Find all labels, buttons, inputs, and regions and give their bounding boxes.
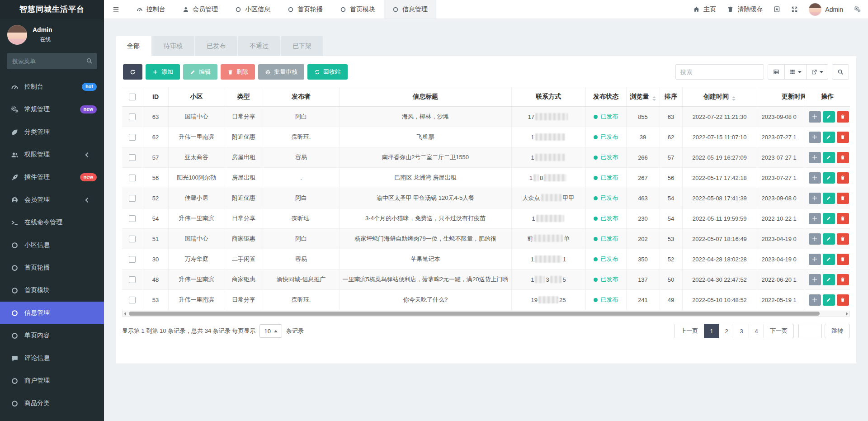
header-views[interactable]: 浏览量 [626, 87, 660, 107]
row-delete-button[interactable] [837, 274, 849, 285]
add-button[interactable]: 添加 [146, 64, 180, 80]
row-delete-button[interactable] [837, 152, 849, 163]
topnav-info[interactable]: 信息管理 [384, 0, 436, 19]
sidebar-search-input[interactable] [7, 53, 97, 69]
tab-rejected[interactable]: 不通过 [238, 36, 280, 56]
row-checkbox[interactable] [129, 215, 136, 222]
row-checkbox[interactable] [129, 236, 136, 242]
settings-button[interactable] [854, 6, 861, 13]
sidebar-item-comments[interactable]: 评论信息 [0, 347, 104, 369]
row-delete-button[interactable] [837, 111, 849, 123]
sidebar-item-dashboard[interactable]: 控制台hot [0, 76, 104, 98]
sidebar-toggle-button[interactable] [104, 0, 128, 19]
row-delete-button[interactable] [837, 213, 849, 224]
row-delete-button[interactable] [837, 254, 849, 265]
sidebar-item-member[interactable]: 会员管理 [0, 189, 104, 211]
scroll-right-icon[interactable] [846, 312, 848, 316]
sidebar-item-community-info[interactable]: 小区信息 [0, 234, 104, 256]
language-button[interactable] [774, 6, 780, 13]
clear-cache-button[interactable]: 清除缓存 [727, 5, 763, 14]
topnav-member[interactable]: 会员管理 [174, 0, 226, 19]
row-delete-button[interactable] [837, 172, 849, 184]
topnav-module[interactable]: 首页模块 [331, 0, 384, 19]
sidebar-item-merchant[interactable]: 商户管理 [0, 369, 104, 392]
tab-published[interactable]: 已发布 [195, 36, 237, 56]
sidebar-item-auth[interactable]: 权限管理 [0, 143, 104, 166]
row-edit-button[interactable] [823, 294, 835, 306]
sidebar-item-home-banner[interactable]: 首页轮播 [0, 256, 104, 279]
page-1-button[interactable]: 1 [704, 324, 719, 338]
columns-button[interactable] [785, 64, 807, 80]
row-checkbox[interactable] [129, 297, 136, 303]
row-delete-button[interactable] [837, 193, 849, 204]
tab-pending[interactable]: 待审核 [152, 36, 194, 56]
row-edit-button[interactable] [823, 274, 835, 285]
row-drag-button[interactable] [809, 172, 821, 184]
tab-offline[interactable]: 已下架 [281, 36, 323, 56]
table-search-input[interactable] [675, 64, 764, 80]
row-checkbox[interactable] [129, 134, 136, 141]
row-checkbox[interactable] [129, 195, 136, 202]
row-checkbox[interactable] [129, 276, 136, 283]
row-edit-button[interactable] [823, 254, 835, 265]
row-checkbox[interactable] [129, 154, 136, 161]
jump-page-input[interactable] [798, 324, 822, 338]
page-3-button[interactable]: 3 [734, 324, 749, 338]
row-edit-button[interactable] [823, 132, 835, 143]
page-4-button[interactable]: 4 [749, 324, 764, 338]
row-drag-button[interactable] [809, 152, 821, 163]
row-drag-button[interactable] [809, 193, 821, 204]
row-drag-button[interactable] [809, 132, 821, 143]
row-drag-button[interactable] [809, 274, 821, 285]
row-delete-button[interactable] [837, 233, 849, 245]
scroll-left-icon[interactable] [124, 312, 126, 316]
fullscreen-button[interactable] [791, 6, 798, 13]
refresh-button[interactable] [123, 64, 142, 80]
horizontal-scrollbar[interactable] [122, 311, 850, 317]
sidebar-item-category[interactable]: 分类管理 [0, 121, 104, 143]
admin-menu[interactable]: Admin [809, 3, 843, 16]
jump-button[interactable]: 跳转 [825, 324, 850, 338]
next-page-button[interactable]: 下一页 [764, 324, 794, 338]
search-toggle-button[interactable] [832, 64, 849, 80]
row-checkbox[interactable] [129, 256, 136, 263]
row-edit-button[interactable] [823, 193, 835, 204]
sidebar-item-info-manage[interactable]: 信息管理 [0, 302, 104, 324]
row-drag-button[interactable] [809, 111, 821, 123]
per-page-select[interactable]: 10 [259, 324, 282, 338]
delete-button[interactable]: 删除 [221, 64, 255, 80]
row-drag-button[interactable] [809, 254, 821, 265]
export-button[interactable] [807, 64, 828, 80]
row-edit-button[interactable] [823, 111, 835, 123]
row-edit-button[interactable] [823, 213, 835, 224]
sidebar-item-command[interactable]: 在线命令管理 [0, 211, 104, 234]
row-edit-button[interactable] [823, 172, 835, 184]
tab-all[interactable]: 全部 [116, 36, 151, 56]
toggle-view-button[interactable] [768, 64, 785, 80]
edit-button[interactable]: 编辑 [183, 64, 217, 80]
row-checkbox[interactable] [129, 175, 136, 181]
page-2-button[interactable]: 2 [719, 324, 734, 338]
topnav-dashboard[interactable]: 控制台 [128, 0, 174, 19]
row-checkbox[interactable] [129, 114, 136, 120]
batch-audit-button[interactable]: 批量审核 [258, 64, 304, 80]
sidebar-item-goods-category[interactable]: 商品分类 [0, 392, 104, 415]
row-drag-button[interactable] [809, 233, 821, 245]
scrollbar-thumb[interactable] [129, 312, 820, 316]
row-drag-button[interactable] [809, 294, 821, 306]
sidebar-item-home-module[interactable]: 首页模块 [0, 279, 104, 302]
header-created[interactable]: 创建时间 [682, 87, 757, 107]
row-delete-button[interactable] [837, 132, 849, 143]
sidebar-item-addon[interactable]: 插件管理new [0, 166, 104, 189]
recycle-button[interactable]: 回收站 [307, 64, 348, 80]
row-drag-button[interactable] [809, 213, 821, 224]
row-edit-button[interactable] [823, 152, 835, 163]
topnav-banner[interactable]: 首页轮播 [279, 0, 331, 19]
select-all-checkbox[interactable] [129, 94, 136, 100]
sidebar-item-single-page[interactable]: 单页内容 [0, 324, 104, 347]
home-link[interactable]: 主页 [693, 5, 716, 14]
prev-page-button[interactable]: 上一页 [674, 324, 704, 338]
topnav-community[interactable]: 小区信息 [226, 0, 279, 19]
row-edit-button[interactable] [823, 233, 835, 245]
sidebar-item-general[interactable]: 常规管理new [0, 98, 104, 121]
